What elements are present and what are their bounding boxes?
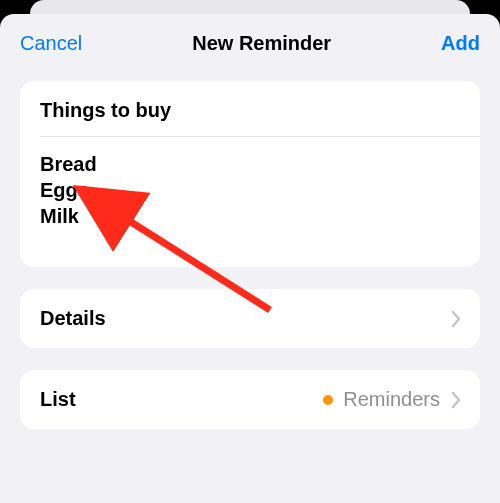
sheet-title: New Reminder bbox=[192, 32, 331, 55]
details-row[interactable]: Details bbox=[20, 289, 480, 348]
new-reminder-sheet: Cancel New Reminder Add Things to buy Br… bbox=[0, 14, 500, 503]
note-line: Bread bbox=[40, 151, 460, 177]
cancel-button[interactable]: Cancel bbox=[20, 32, 82, 55]
list-color-dot bbox=[323, 395, 333, 405]
sheet-content: Things to buy Bread Eggs Milk Details Li… bbox=[0, 71, 500, 429]
reminder-card: Things to buy Bread Eggs Milk bbox=[20, 81, 480, 267]
chevron-right-icon bbox=[450, 310, 462, 328]
list-value: Reminders bbox=[343, 388, 440, 411]
list-label: List bbox=[40, 388, 76, 411]
sheet-header: Cancel New Reminder Add bbox=[0, 14, 500, 71]
reminder-title-field[interactable]: Things to buy bbox=[40, 99, 460, 122]
list-row[interactable]: List Reminders bbox=[20, 370, 480, 429]
reminder-title-row[interactable]: Things to buy bbox=[20, 81, 480, 136]
chevron-right-icon bbox=[450, 391, 462, 409]
note-line: Milk bbox=[40, 203, 460, 229]
details-label: Details bbox=[40, 307, 106, 330]
add-button[interactable]: Add bbox=[441, 32, 480, 55]
note-line: Eggs bbox=[40, 177, 460, 203]
reminder-notes-field[interactable]: Bread Eggs Milk bbox=[20, 137, 480, 267]
